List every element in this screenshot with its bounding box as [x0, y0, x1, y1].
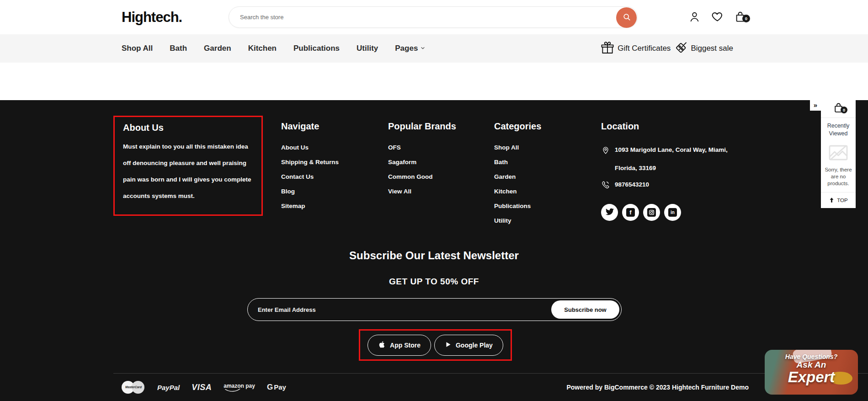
- category-link-shop-all[interactable]: Shop All: [494, 144, 519, 151]
- footer-link-about-us[interactable]: About Us: [281, 144, 309, 151]
- subscribe-button[interactable]: Subscribe now: [551, 300, 619, 319]
- brand-link-common-good[interactable]: Common Good: [388, 173, 433, 180]
- account-button[interactable]: [687, 11, 701, 24]
- list-item: Bath: [494, 158, 601, 166]
- nav-item-garden[interactable]: Garden: [204, 44, 231, 53]
- gpay-icon[interactable]: GPay: [267, 383, 286, 392]
- list-item: View All: [388, 187, 494, 195]
- address-line2: Florida, 33169: [601, 162, 728, 175]
- biggest-sale-label: Biggest sale: [691, 44, 733, 53]
- linkedin-link[interactable]: in: [664, 204, 681, 221]
- google-play-button[interactable]: Google Play: [434, 335, 503, 356]
- navigate-title: Navigate: [281, 121, 388, 132]
- gift-icon: [600, 40, 615, 57]
- wishlist-button[interactable]: [710, 11, 724, 24]
- google-play-label: Google Play: [456, 342, 493, 349]
- top-label: TOP: [837, 198, 847, 203]
- ask-expert-widget[interactable]: Have Questions? Ask An Expert: [765, 350, 858, 395]
- footer-categories-section: Categories Shop All Bath Garden Kitchen …: [494, 100, 601, 231]
- app-store-button[interactable]: App Store: [367, 335, 431, 356]
- apple-icon: [378, 340, 386, 350]
- panel-collapse-button[interactable]: »: [810, 100, 821, 111]
- linkedin-icon: in: [668, 208, 677, 217]
- chevron-down-icon: [420, 44, 426, 53]
- instagram-icon: [647, 208, 656, 217]
- paypal-icon[interactable]: PayPal: [157, 384, 180, 391]
- list-item: Shop All: [494, 144, 601, 151]
- category-link-utility[interactable]: Utility: [494, 217, 511, 224]
- list-item: Common Good: [388, 173, 494, 180]
- gift-certificates-label: Gift Certificates: [618, 44, 671, 53]
- phone-link[interactable]: 9876543210: [615, 178, 649, 194]
- cart-button[interactable]: 0: [733, 11, 747, 24]
- about-text: Must explain too you all this mistaken i…: [123, 139, 253, 204]
- footer-link-sitemap[interactable]: Sitemap: [281, 203, 305, 209]
- list-item: Blog: [281, 187, 388, 195]
- nav-item-kitchen[interactable]: Kitchen: [248, 44, 277, 53]
- newsletter-heading: Subscribe Our Latest Newsletter: [0, 249, 868, 262]
- brand-link-ofs[interactable]: OFS: [388, 144, 401, 151]
- header-icons: 0: [687, 0, 747, 34]
- chat-line1: Have Questions?: [765, 353, 858, 360]
- panel-cart-count-badge: 0: [841, 107, 847, 113]
- amazon-pay-icon[interactable]: amazon pay: [224, 383, 255, 392]
- phone-icon: [601, 178, 610, 194]
- twitter-icon: [606, 208, 614, 218]
- list-item: Sagaform: [388, 158, 494, 166]
- nav-item-publications[interactable]: Publications: [293, 44, 340, 53]
- list-item: Utility: [494, 217, 601, 224]
- nav-item-utility[interactable]: Utility: [357, 44, 378, 53]
- brand-link-sagaform[interactable]: Sagaform: [388, 159, 416, 166]
- payment-methods: MasterCard PayPal VISA amazon pay GPay: [122, 380, 286, 394]
- play-icon: [445, 341, 452, 349]
- footer-link-contact-us[interactable]: Contact Us: [281, 173, 314, 180]
- cart-count-badge: 0: [742, 15, 750, 22]
- biggest-sale-link[interactable]: Biggest sale: [673, 40, 733, 57]
- gift-certificates-link[interactable]: Gift Certificates: [600, 40, 671, 57]
- list-item: Kitchen: [494, 187, 601, 195]
- list-item: OFS: [388, 144, 494, 151]
- nav-item-bath[interactable]: Bath: [170, 44, 187, 53]
- content-area-empty: [0, 63, 868, 100]
- mastercard-icon[interactable]: MasterCard: [122, 380, 145, 394]
- scroll-to-top-button[interactable]: TOP: [821, 192, 856, 208]
- visa-icon[interactable]: VISA: [192, 383, 212, 392]
- nav-item-shop-all[interactable]: Shop All: [122, 44, 153, 53]
- category-link-garden[interactable]: Garden: [494, 173, 516, 180]
- app-store-label: App Store: [390, 342, 421, 349]
- footer-link-shipping-returns[interactable]: Shipping & Returns: [281, 159, 339, 166]
- panel-cart-button[interactable]: 0: [821, 100, 856, 118]
- site-header: Hightech.: [0, 0, 868, 34]
- store-logo[interactable]: Hightech.: [122, 9, 182, 26]
- chat-line3: Expert: [765, 369, 858, 385]
- app-buttons-section: App Store Google Play: [359, 329, 512, 361]
- ask-expert-text: Have Questions? Ask An Expert: [765, 350, 858, 385]
- instagram-link[interactable]: [643, 204, 660, 221]
- site-footer: About Us Must explain too you all this m…: [0, 100, 868, 401]
- twitter-link[interactable]: [601, 204, 618, 221]
- search-button[interactable]: [616, 7, 637, 28]
- brand-link-view-all[interactable]: View All: [388, 188, 411, 195]
- category-link-bath[interactable]: Bath: [494, 159, 508, 166]
- social-links: f in: [601, 204, 728, 221]
- no-products-message: Sorry, there are no products.: [821, 166, 856, 187]
- nav-pages-label: Pages: [395, 44, 418, 53]
- page: Hightech.: [0, 0, 868, 401]
- sale-tag-icon: [673, 40, 688, 57]
- nav-item-pages[interactable]: Pages: [395, 44, 426, 53]
- search-icon: [622, 12, 631, 23]
- facebook-icon: f: [626, 208, 635, 217]
- footer-link-blog[interactable]: Blog: [281, 188, 295, 195]
- category-link-publications[interactable]: Publications: [494, 203, 531, 209]
- facebook-link[interactable]: f: [622, 204, 639, 221]
- search-input[interactable]: [229, 7, 637, 27]
- nav-right: Gift Certificates Biggest sale: [600, 34, 733, 63]
- category-link-kitchen[interactable]: Kitchen: [494, 188, 517, 195]
- newsletter-form: Subscribe now: [247, 298, 622, 321]
- heart-icon: [711, 11, 724, 24]
- main-nav: Shop All Bath Garden Kitchen Publication…: [0, 34, 868, 63]
- arrow-up-icon: [829, 197, 835, 204]
- chat-line2: Ask An: [765, 360, 858, 369]
- newsletter-offer: GET UP TO 50% OFF: [0, 277, 868, 287]
- recently-viewed-label: Recently Viewed: [821, 122, 856, 138]
